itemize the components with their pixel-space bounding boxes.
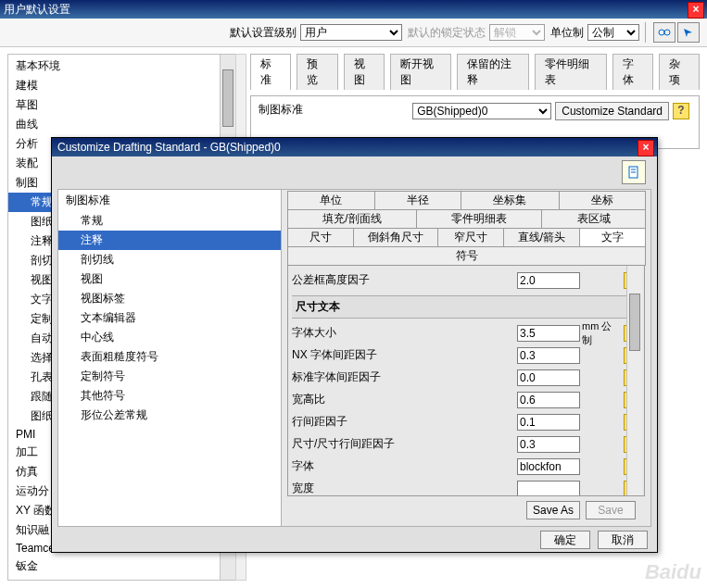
form-row: 字体大小mm 公制? xyxy=(292,322,640,344)
dialog-tab[interactable]: 尺寸 xyxy=(287,228,354,247)
svg-point-0 xyxy=(659,30,664,35)
cancel-button[interactable]: 取消 xyxy=(598,531,648,549)
level-combo[interactable]: 用户 xyxy=(300,24,402,41)
dialog-tree-item[interactable]: 剖切线 xyxy=(58,250,281,269)
dialog-tree-panel: 制图标准 常规注释剖切线视图视图标签文本编辑器中心线表面粗糙度符号定制符号其他符… xyxy=(58,190,282,526)
lock-combo: 解锁 xyxy=(489,24,545,41)
help-icon[interactable]: ? xyxy=(673,103,689,119)
level-label: 默认设置级别 xyxy=(230,25,297,41)
dialog-tree-item[interactable]: 形位公差常规 xyxy=(58,406,281,425)
unit-label: 单位制 xyxy=(550,25,584,41)
form-row: 尺寸/尺寸行间距因子? xyxy=(292,433,640,456)
dialog-tab[interactable]: 文字 xyxy=(579,228,646,247)
dialog-form-panel: 单位半径坐标集坐标 填充/剖面线零件明细表表区域 尺寸倒斜角尺寸窄尺寸直线/箭头… xyxy=(282,190,650,526)
tree-item[interactable]: 钣金 xyxy=(8,557,235,576)
row-input[interactable] xyxy=(517,481,580,496)
main-tab[interactable]: 断开视图 xyxy=(390,54,452,90)
row-label: 标准字体间距因子 xyxy=(292,369,517,385)
dialog-tab[interactable]: 填充/剖面线 xyxy=(287,209,417,229)
document-icon[interactable] xyxy=(622,160,646,184)
tree-item[interactable]: 基本环境 xyxy=(8,56,235,76)
dialog-tab[interactable]: 零件明细表 xyxy=(416,209,543,229)
close-icon[interactable]: × xyxy=(638,140,654,156)
row-input[interactable] xyxy=(517,436,580,453)
row-label: 宽高比 xyxy=(292,392,517,407)
dialog-tree-item[interactable]: 定制符号 xyxy=(58,367,281,386)
row-label: 宽度 xyxy=(292,481,517,496)
dialog-tree-item[interactable]: 文本编辑器 xyxy=(58,308,281,328)
standard-combo[interactable]: GB(Shipped)0 xyxy=(412,103,551,119)
dialog-buttons: 确定 取消 xyxy=(52,529,657,552)
tree-item[interactable]: 曲线 xyxy=(8,115,235,134)
save-as-button[interactable]: Save As xyxy=(526,501,580,519)
main-tab[interactable]: 预览 xyxy=(297,54,337,90)
toolbar-icon-2[interactable] xyxy=(677,22,700,43)
form-row: 标准字体间距因子? xyxy=(292,367,640,389)
dialog-tab[interactable]: 窄尺寸 xyxy=(437,228,504,247)
dialog-tree-item[interactable]: 注释 xyxy=(58,231,281,250)
dialog-tab[interactable]: 符号 xyxy=(287,246,646,266)
dialog-tab[interactable]: 倒斜角尺寸 xyxy=(353,228,438,247)
main-tab[interactable]: 视图 xyxy=(344,54,385,90)
row-label: 尺寸/尺寸行间距因子 xyxy=(292,436,517,452)
dialog-tab[interactable]: 半径 xyxy=(374,191,462,210)
main-tab[interactable]: 字体 xyxy=(612,54,653,90)
section-title: 尺寸文本 xyxy=(292,295,640,319)
form-row-tolerance: 公差框高度因子 ? xyxy=(292,269,640,292)
main-tab[interactable]: 杂项 xyxy=(659,54,700,90)
row-label: 公差框高度因子 xyxy=(292,272,517,288)
dialog-save-row: Save As Save xyxy=(287,496,645,524)
row-input[interactable] xyxy=(517,272,580,289)
unit-combo[interactable]: 公制 xyxy=(587,24,639,41)
dialog-tree-item[interactable]: 表面粗糙度符号 xyxy=(58,347,281,367)
dialog-tree-item[interactable]: 其他符号 xyxy=(58,386,281,406)
row-input[interactable] xyxy=(517,414,580,431)
dialog-tab[interactable]: 表区域 xyxy=(541,209,646,229)
dialog-titlebar[interactable]: Customize Drafting Standard - GB(Shipped… xyxy=(52,138,657,156)
row-label: 字体 xyxy=(292,458,517,474)
dialog-tab[interactable]: 坐标集 xyxy=(461,191,560,210)
tree-item[interactable]: 建模 xyxy=(8,76,235,95)
customize-standard-button[interactable]: Customize Standard xyxy=(555,102,669,120)
dialog-tree-item[interactable]: 常规 xyxy=(58,211,281,231)
dialog-tree-item[interactable]: 视图标签 xyxy=(58,289,281,308)
dialog-tab[interactable]: 直线/箭头 xyxy=(503,228,580,247)
save-button: Save xyxy=(586,501,636,519)
customize-drafting-dialog: Customize Drafting Standard - GB(Shipped… xyxy=(51,137,658,553)
divider xyxy=(645,22,646,43)
tree-item[interactable]: 草图 xyxy=(8,95,235,115)
form-row: 字体? xyxy=(292,456,640,478)
top-controls: 默认设置级别 用户 默认的锁定状态 解锁 单位制 公制 xyxy=(0,19,707,47)
main-tab[interactable]: 零件明细表 xyxy=(535,54,607,90)
form-pane: 公差框高度因子 ? 尺寸文本 字体大小mm 公制?NX 字体间距因子?标准字体间… xyxy=(287,265,645,496)
dialog-tab[interactable]: 坐标 xyxy=(559,191,647,210)
dialog-tree-header: 制图标准 xyxy=(58,190,281,211)
main-tabs: 标准预览视图断开视图保留的注释零件明细表字体杂项 xyxy=(250,54,700,90)
row-label: 字体大小 xyxy=(292,325,517,341)
close-icon[interactable]: × xyxy=(688,2,704,19)
row-input[interactable] xyxy=(517,458,580,475)
glasses-icon xyxy=(658,27,671,38)
dialog-tab[interactable]: 单位 xyxy=(287,191,375,210)
dialog-title: Customize Drafting Standard - GB(Shipped… xyxy=(57,141,281,154)
form-row: 宽度? xyxy=(292,478,640,496)
row-input[interactable] xyxy=(517,325,580,342)
form-row: 行间距因子? xyxy=(292,411,640,433)
main-titlebar[interactable]: 用户默认设置 × xyxy=(0,0,707,19)
svg-point-1 xyxy=(664,30,670,35)
form-row: NX 字体间距因子? xyxy=(292,344,640,367)
form-scrollbar[interactable] xyxy=(626,266,642,495)
row-input[interactable] xyxy=(517,347,580,364)
row-input[interactable] xyxy=(517,369,580,386)
row-label: 行间距因子 xyxy=(292,414,517,430)
dialog-tree-item[interactable]: 中心线 xyxy=(58,328,281,347)
main-tab[interactable]: 标准 xyxy=(250,54,291,90)
toolbar-icon-1[interactable] xyxy=(653,22,675,43)
form-row: 宽高比? xyxy=(292,389,640,411)
standard-label: 制图标准 xyxy=(259,103,303,116)
dialog-tree-item[interactable]: 视图 xyxy=(58,269,281,289)
row-input[interactable] xyxy=(517,392,580,408)
main-tab[interactable]: 保留的注释 xyxy=(457,54,529,90)
lock-label: 默认的锁定状态 xyxy=(408,25,486,41)
ok-button[interactable]: 确定 xyxy=(540,531,590,549)
